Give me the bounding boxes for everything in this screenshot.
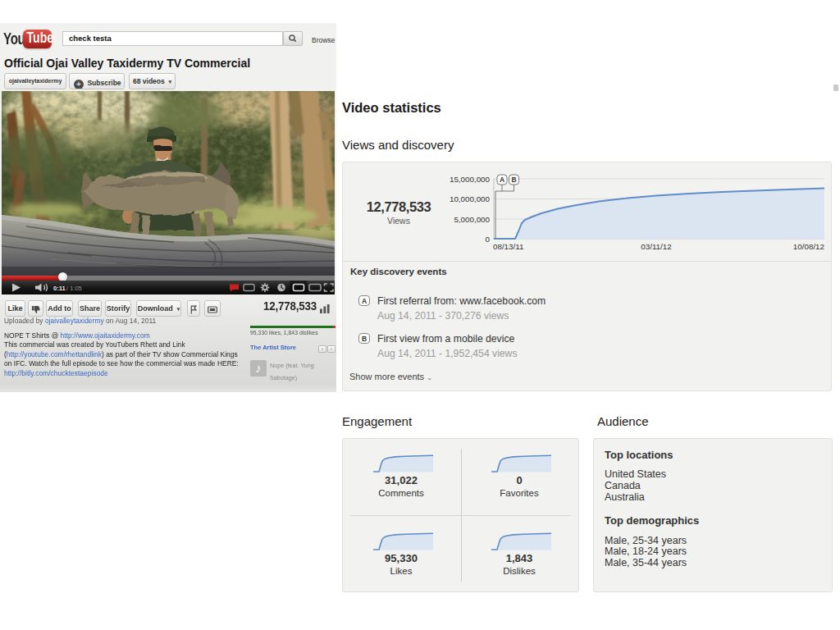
svg-text:10,000,000: 10,000,000 — [450, 194, 491, 203]
svg-text:B: B — [511, 176, 516, 184]
svg-text:A: A — [500, 176, 504, 184]
svg-text:5,000,000: 5,000,000 — [454, 215, 490, 224]
svg-text:10/08/12: 10/08/12 — [793, 242, 824, 251]
svg-text:03/11/12: 03/11/12 — [641, 242, 671, 251]
svg-text:/ 1:05: / 1:05 — [66, 285, 82, 292]
svg-text:15,000,000: 15,000,000 — [450, 175, 491, 184]
svg-text:0:11: 0:11 — [53, 285, 66, 292]
svg-text:08/13/11: 08/13/11 — [493, 242, 523, 251]
svg-text:0: 0 — [486, 235, 491, 244]
